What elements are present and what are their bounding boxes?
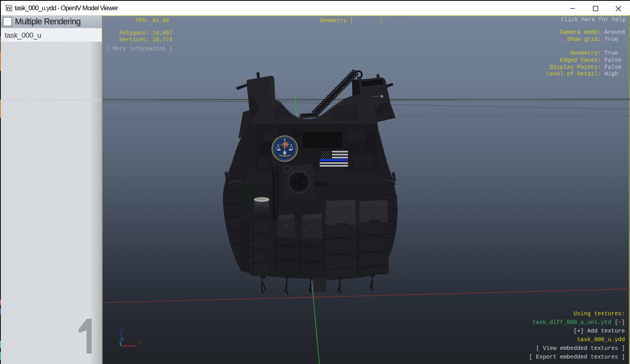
svg-text:IV: IV: [6, 6, 11, 11]
